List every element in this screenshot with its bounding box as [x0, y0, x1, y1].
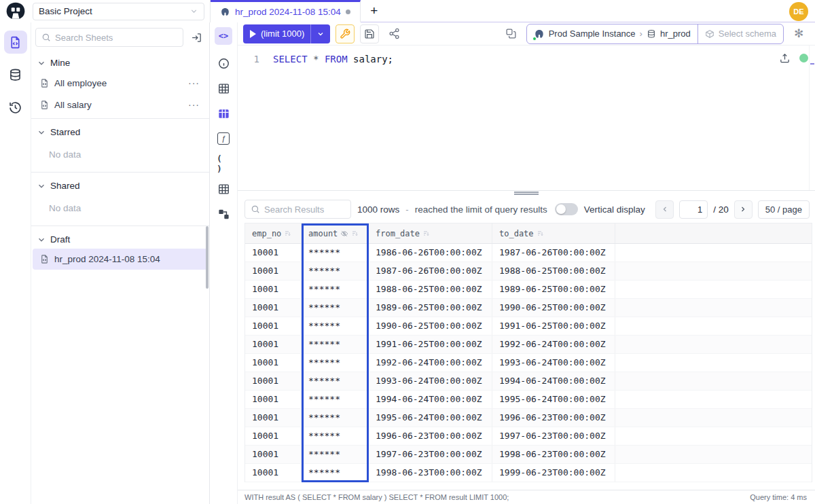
run-options-caret[interactable]	[310, 24, 330, 43]
cell-emp_no[interactable]: 10001	[245, 262, 302, 280]
more-actions-icon[interactable]: ···	[187, 99, 201, 110]
resize-grip[interactable]	[514, 192, 539, 195]
function-icon[interactable]: ƒ	[217, 132, 230, 145]
code-panel-toggle-button[interactable]: <>	[215, 27, 232, 45]
cell-from_date[interactable]: 1995-06-24T00:00:00Z	[369, 409, 492, 427]
cell-amount[interactable]: ******	[302, 281, 369, 298]
table-row[interactable]: 10001******1997-06-23T00:00:00Z1998-06-2…	[245, 446, 812, 464]
next-page-button[interactable]	[734, 200, 753, 219]
table-row[interactable]: 10001******1989-06-25T00:00:00Z1990-06-2…	[245, 299, 812, 317]
cell-amount[interactable]: ******	[302, 244, 369, 262]
ai-assistant-button[interactable]: ✻	[789, 24, 808, 43]
cell-to_date[interactable]: 1990-06-25T00:00:00Z	[492, 299, 615, 317]
schema-diagram-icon[interactable]	[217, 207, 230, 221]
cell-emp_no[interactable]: 10001	[245, 299, 302, 317]
cell-amount[interactable]: ******	[302, 427, 369, 445]
results-search-input[interactable]	[264, 204, 345, 215]
section-starred-header[interactable]: Starred	[31, 122, 209, 141]
new-tab-button[interactable]: +	[361, 0, 388, 22]
cell-from_date[interactable]: 1987-06-26T00:00:00Z	[369, 262, 492, 280]
table-row[interactable]: 10001******1991-06-25T00:00:00Z1992-06-2…	[245, 336, 812, 354]
cell-to_date[interactable]: 1993-06-24T00:00:00Z	[492, 354, 615, 372]
cell-to_date[interactable]: 1995-06-24T00:00:00Z	[492, 391, 615, 408]
cell-to_date[interactable]: 1992-06-24T00:00:00Z	[492, 336, 615, 353]
cell-to_date[interactable]: 1988-06-25T00:00:00Z	[492, 262, 615, 280]
cell-to_date[interactable]: 1989-06-25T00:00:00Z	[492, 281, 615, 298]
cell-amount[interactable]: ******	[302, 391, 369, 408]
table-data-selected-icon[interactable]	[217, 107, 230, 120]
cell-from_date[interactable]: 1991-06-25T00:00:00Z	[369, 336, 492, 353]
sheet-item-all-employee[interactable]: All employee ···	[33, 72, 208, 94]
run-query-button[interactable]: (limit 1000)	[243, 24, 330, 43]
cell-emp_no[interactable]: 10001	[245, 409, 302, 427]
table-row[interactable]: 10001******1986-06-26T00:00:00Z1987-06-2…	[245, 244, 812, 262]
cell-emp_no[interactable]: 10001	[245, 354, 302, 372]
cell-amount[interactable]: ******	[302, 372, 369, 390]
export-sheet-button[interactable]	[779, 52, 791, 66]
table-row[interactable]: 10001******1988-06-25T00:00:00Z1989-06-2…	[245, 281, 812, 299]
cell-emp_no[interactable]: 10001	[245, 336, 302, 353]
table-row[interactable]: 10001******1998-06-23T00:00:00Z1999-06-2…	[245, 464, 812, 482]
nav-worksheets-button[interactable]	[4, 31, 27, 54]
table-info-icon[interactable]	[217, 82, 230, 95]
cell-amount[interactable]: ******	[302, 299, 369, 317]
save-sheet-button[interactable]	[360, 24, 379, 43]
page-number-input[interactable]	[679, 200, 708, 219]
table-row[interactable]: 10001******1990-06-25T00:00:00Z1991-06-2…	[245, 317, 812, 336]
cell-from_date[interactable]: 1986-06-26T00:00:00Z	[369, 244, 492, 262]
prev-page-button[interactable]	[655, 200, 674, 219]
cell-from_date[interactable]: 1994-06-24T00:00:00Z	[369, 391, 492, 408]
cell-to_date[interactable]: 1991-06-25T00:00:00Z	[492, 317, 615, 335]
format-sql-button[interactable]	[336, 24, 355, 43]
table-row[interactable]: 10001******1995-06-24T00:00:00Z1996-06-2…	[245, 409, 812, 427]
column-header-amount[interactable]: amount	[302, 223, 369, 243]
editor-minimap[interactable]	[809, 46, 815, 190]
table-row[interactable]: 10001******1996-06-23T00:00:00Z1997-06-2…	[245, 427, 812, 446]
avatar[interactable]: DE	[789, 2, 808, 21]
section-draft-header[interactable]: Draft	[31, 229, 209, 249]
cell-emp_no[interactable]: 10001	[245, 244, 302, 262]
editor-code-line[interactable]: SELECT * FROM salary;	[268, 46, 393, 190]
section-shared-header[interactable]: Shared	[31, 175, 209, 195]
table-row[interactable]: 10001******1987-06-26T00:00:00Z1988-06-2…	[245, 262, 812, 281]
column-header-to-date[interactable]: to_date	[492, 223, 615, 243]
project-selector[interactable]: Basic Project	[33, 3, 204, 20]
cell-emp_no[interactable]: 10001	[245, 372, 302, 390]
nav-databases-button[interactable]	[4, 63, 27, 86]
cell-to_date[interactable]: 1998-06-23T00:00:00Z	[492, 446, 615, 463]
cell-emp_no[interactable]: 10001	[245, 281, 302, 298]
cell-amount[interactable]: ******	[302, 464, 369, 482]
sheet-search-input[interactable]	[55, 33, 177, 43]
cell-from_date[interactable]: 1992-06-24T00:00:00Z	[369, 354, 492, 372]
table-row[interactable]: 10001******1994-06-24T00:00:00Z1995-06-2…	[245, 391, 812, 409]
cell-amount[interactable]: ******	[302, 336, 369, 353]
cell-amount[interactable]: ******	[302, 446, 369, 463]
column-header-from-date[interactable]: from_date	[369, 223, 492, 243]
panel-scrollbar[interactable]	[206, 226, 209, 289]
page-size-select[interactable]: 50 / page	[758, 200, 810, 219]
cell-to_date[interactable]: 1994-06-24T00:00:00Z	[492, 372, 615, 390]
sheet-item-all-salary[interactable]: All salary ···	[33, 94, 208, 115]
cell-to_date[interactable]: 1996-06-23T00:00:00Z	[492, 409, 615, 427]
section-mine-header[interactable]: Mine	[31, 52, 209, 72]
cell-emp_no[interactable]: 10001	[245, 317, 302, 335]
table-row[interactable]: 10001******1992-06-24T00:00:00Z1993-06-2…	[245, 354, 812, 372]
cell-emp_no[interactable]: 10001	[245, 446, 302, 463]
cell-from_date[interactable]: 1996-06-23T00:00:00Z	[369, 427, 492, 445]
sql-editor[interactable]: 1 SELECT * FROM salary;	[238, 46, 815, 190]
sheet-item-draft-hr-prod[interactable]: hr_prod 2024-11-08 15:04	[33, 249, 208, 270]
cell-amount[interactable]: ******	[302, 262, 369, 280]
cell-to_date[interactable]: 1999-06-23T00:00:00Z	[492, 464, 615, 482]
cell-emp_no[interactable]: 10001	[245, 391, 302, 408]
cell-emp_no[interactable]: 10001	[245, 427, 302, 445]
cell-from_date[interactable]: 1997-06-23T00:00:00Z	[369, 446, 492, 463]
more-actions-icon[interactable]: ···	[187, 77, 201, 88]
cell-from_date[interactable]: 1998-06-23T00:00:00Z	[369, 464, 492, 482]
cell-from_date[interactable]: 1989-06-25T00:00:00Z	[369, 299, 492, 317]
instance-database-select[interactable]: Prod Sample Instance › hr_prod	[527, 24, 698, 43]
nav-history-button[interactable]	[4, 96, 27, 119]
cell-emp_no[interactable]: 10001	[245, 464, 302, 482]
parentheses-icon[interactable]: ( )	[217, 157, 230, 170]
schema-select[interactable]: Select schema	[698, 24, 783, 43]
cell-to_date[interactable]: 1987-06-26T00:00:00Z	[492, 244, 615, 262]
